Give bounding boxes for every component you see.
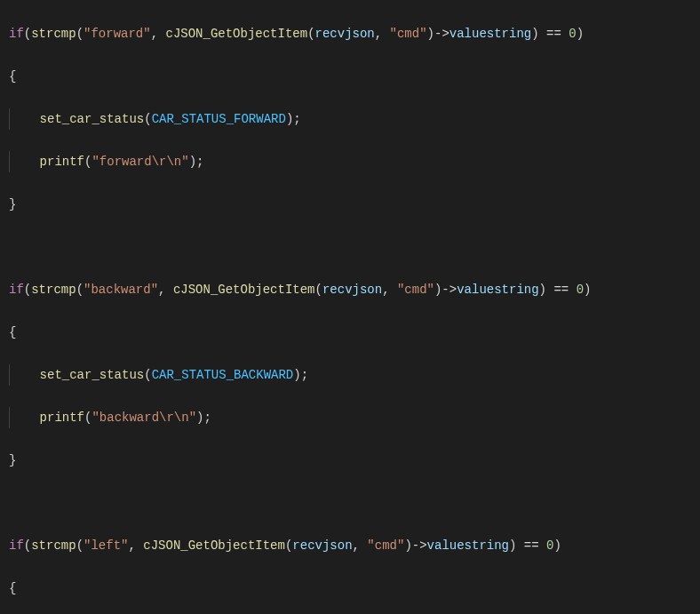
string-cmd: "cmd" xyxy=(397,283,434,297)
string-literal: "backward\r\n" xyxy=(91,411,196,425)
indent-guide xyxy=(9,151,11,172)
comma: , xyxy=(158,283,173,297)
fn-strcmp: strcmp xyxy=(31,538,76,553)
code-line[interactable] xyxy=(9,236,691,258)
code-line[interactable]: } xyxy=(9,450,691,471)
brace-open: { xyxy=(9,69,16,84)
string-literal: "forward" xyxy=(84,27,151,41)
code-line[interactable] xyxy=(9,492,691,514)
code-line[interactable]: printf("backward\r\n"); xyxy=(9,407,691,428)
paren: ( xyxy=(24,27,31,41)
compare: ) == xyxy=(509,538,546,553)
num-zero: 0 xyxy=(577,283,584,297)
enum-const: CAR_STATUS_FORWARD xyxy=(152,112,286,126)
string-cmd: "cmd" xyxy=(367,538,404,553)
comma: , xyxy=(382,283,397,297)
paren: ); xyxy=(286,112,301,126)
string-literal: "forward\r\n" xyxy=(91,155,188,169)
comma: , xyxy=(128,538,143,553)
arrow: )-> xyxy=(434,283,457,297)
code-line[interactable]: set_car_status(CAR_STATUS_FORWARD); xyxy=(9,108,691,130)
fn-setcar: set_car_status xyxy=(40,368,145,382)
code-line[interactable]: { xyxy=(9,66,691,87)
indent-guide xyxy=(9,407,11,428)
var-valuestring: valuestring xyxy=(449,27,531,41)
fn-strcmp: strcmp xyxy=(31,27,76,41)
paren: ( xyxy=(144,368,151,382)
enum-const: CAR_STATUS_BACKWARD xyxy=(152,368,294,382)
code-editor[interactable]: if(strcmp("forward", cJSON_GetObjectItem… xyxy=(0,0,700,614)
arrow: )-> xyxy=(404,538,426,553)
comma: , xyxy=(353,538,368,553)
string-literal: "left" xyxy=(84,538,128,553)
fn-setcar: set_car_status xyxy=(40,112,145,126)
brace-close: } xyxy=(9,197,16,211)
fn-getobj: cJSON_GetObjectItem xyxy=(173,283,315,297)
indent-guide xyxy=(9,108,11,130)
brace-open: { xyxy=(9,325,16,339)
code-line[interactable]: set_car_status(CAR_STATUS_BACKWARD); xyxy=(9,364,691,386)
var-valuestring: valuestring xyxy=(427,538,509,553)
paren: ( xyxy=(24,283,31,297)
paren: ); xyxy=(196,411,211,425)
code-line[interactable]: { xyxy=(9,578,691,599)
paren: ( xyxy=(76,538,84,553)
code-line[interactable]: } xyxy=(9,194,691,215)
brace-close: } xyxy=(9,453,16,467)
arrow: )-> xyxy=(427,27,449,41)
keyword-if: if xyxy=(9,283,24,297)
fn-printf: printf xyxy=(40,155,84,169)
paren: ( xyxy=(315,283,322,297)
paren: ) xyxy=(577,27,584,41)
paren: ( xyxy=(307,27,314,41)
compare: ) == xyxy=(531,27,569,41)
compare: ) == xyxy=(539,283,577,297)
comma: , xyxy=(151,27,166,41)
paren: ) xyxy=(584,283,591,297)
paren: ( xyxy=(76,283,84,297)
comma: , xyxy=(375,27,390,41)
paren: ) xyxy=(553,538,561,553)
fn-getobj: cJSON_GetObjectItem xyxy=(143,538,285,553)
paren: ); xyxy=(293,368,308,382)
paren: ( xyxy=(24,538,31,553)
code-line[interactable]: { xyxy=(9,322,691,343)
keyword-if: if xyxy=(9,538,24,553)
brace-open: { xyxy=(9,581,16,595)
code-line[interactable]: if(strcmp("backward", cJSON_GetObjectIte… xyxy=(9,279,691,300)
code-line[interactable]: printf("forward\r\n"); xyxy=(9,151,691,172)
paren: ); xyxy=(189,155,204,169)
var-recvjson: recvjson xyxy=(322,283,382,297)
paren: ( xyxy=(144,112,151,126)
fn-strcmp: strcmp xyxy=(31,283,76,297)
num-zero: 0 xyxy=(569,27,576,41)
fn-getobj: cJSON_GetObjectItem xyxy=(165,27,307,41)
code-line[interactable]: if(strcmp("left", cJSON_GetObjectItem(re… xyxy=(9,535,691,556)
paren: ( xyxy=(76,27,84,41)
keyword-if: if xyxy=(9,27,24,41)
var-recvjson: recvjson xyxy=(292,538,352,553)
string-cmd: "cmd" xyxy=(390,27,427,41)
string-literal: "backward" xyxy=(84,283,158,297)
var-recvjson: recvjson xyxy=(315,27,375,41)
code-line[interactable]: if(strcmp("forward", cJSON_GetObjectItem… xyxy=(9,23,691,44)
var-valuestring: valuestring xyxy=(457,283,538,297)
fn-printf: printf xyxy=(40,411,84,425)
indent-guide xyxy=(9,364,11,386)
